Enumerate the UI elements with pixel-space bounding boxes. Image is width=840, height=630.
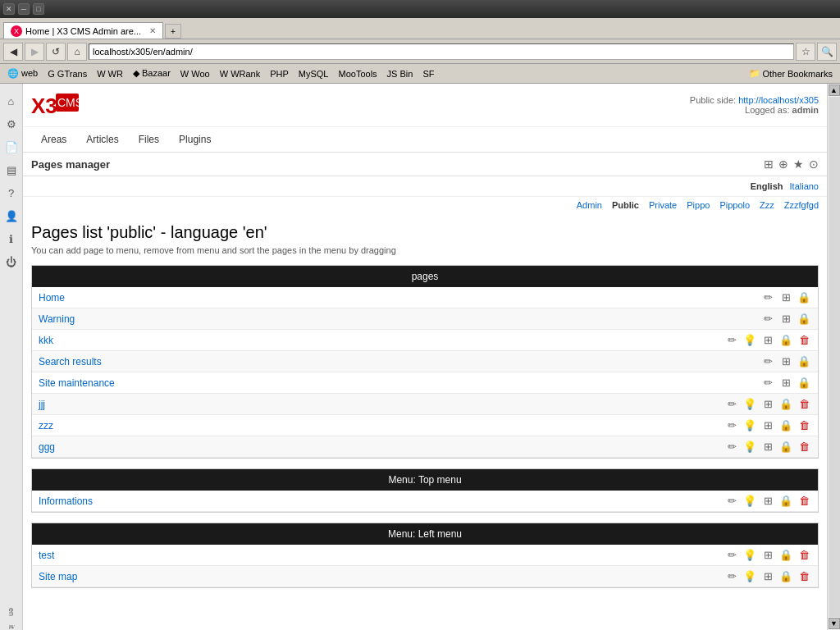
bulb-icon[interactable]: 💡 [742, 334, 757, 346]
sidebar-user-icon[interactable]: 👤 [2, 207, 21, 225]
lock-icon[interactable]: 🔒 [797, 313, 811, 325]
bookmark-sf[interactable]: SF [418, 67, 438, 80]
pm-expand-icon[interactable]: ⊙ [809, 158, 819, 171]
sidebar-power-icon[interactable]: ⏻ [2, 253, 21, 271]
bulb-icon[interactable]: 💡 [742, 495, 757, 507]
tab-close-icon[interactable]: ✕ [149, 26, 156, 35]
bulb-icon[interactable]: 💡 [742, 398, 757, 410]
pm-grid-icon[interactable]: ⊞ [764, 158, 774, 171]
bulb-icon[interactable]: 💡 [742, 419, 757, 431]
lock-icon[interactable]: 🔒 [797, 291, 811, 304]
row-warning[interactable]: Warning [39, 313, 760, 325]
close-button[interactable]: ✕ [3, 3, 15, 15]
row-test[interactable]: test [39, 550, 724, 561]
sidebar-en-label[interactable]: en [6, 606, 17, 618]
edit-icon[interactable]: ✏ [760, 377, 775, 389]
edit-icon[interactable]: ✏ [724, 334, 739, 346]
bulb-icon[interactable]: 💡 [742, 549, 757, 561]
area-admin[interactable]: Admin [577, 200, 602, 210]
config-icon[interactable]: ⊞ [760, 441, 775, 453]
bookmark-woo[interactable]: W Woo [176, 67, 214, 80]
maximize-button[interactable]: □ [33, 3, 44, 15]
sidebar-home-icon[interactable]: ⌂ [2, 92, 21, 110]
config-icon[interactable]: ⊞ [778, 291, 793, 304]
config-icon[interactable]: ⊞ [760, 398, 775, 410]
lock-icon[interactable]: 🔒 [778, 334, 793, 346]
area-pippolo[interactable]: Pippolo [719, 200, 750, 210]
delete-icon[interactable]: 🗑 [797, 419, 811, 431]
row-site-maintenance[interactable]: Site maintenance [39, 377, 760, 389]
reload-button[interactable]: ↺ [46, 43, 66, 61]
config-icon[interactable]: ⊞ [760, 495, 775, 507]
bookmark-jsbin[interactable]: JS Bin [383, 67, 418, 80]
lang-italiano[interactable]: Italiano [790, 181, 819, 191]
bookmark-mysql[interactable]: MySQL [294, 67, 333, 80]
minimize-button[interactable]: ─ [18, 3, 30, 15]
delete-icon[interactable]: 🗑 [797, 495, 811, 507]
other-bookmarks[interactable]: 📁 Other Bookmarks [745, 66, 837, 80]
edit-icon[interactable]: ✏ [724, 570, 739, 582]
edit-icon[interactable]: ✏ [724, 419, 739, 431]
bookmark-mootools[interactable]: MooTools [335, 67, 381, 80]
area-pippo[interactable]: Pippo [687, 200, 710, 210]
lock-icon[interactable]: 🔒 [778, 398, 793, 410]
delete-icon[interactable]: 🗑 [797, 441, 811, 453]
delete-icon[interactable]: 🗑 [797, 334, 811, 346]
config-icon[interactable]: ⊞ [778, 355, 793, 368]
new-tab-button[interactable]: + [165, 24, 181, 39]
sidebar-gear-icon[interactable]: ⚙ [2, 115, 21, 133]
row-home[interactable]: Home [39, 292, 760, 304]
bookmark-bazaar[interactable]: ◆ Bazaar [129, 66, 175, 80]
sidebar-help-icon[interactable]: ? [2, 184, 21, 202]
lock-icon[interactable]: 🔒 [778, 441, 793, 453]
nav-articles[interactable]: Articles [76, 130, 128, 148]
area-public[interactable]: Public [612, 200, 639, 210]
lock-icon[interactable]: 🔒 [778, 419, 793, 431]
home-button[interactable]: ⌂ [67, 43, 87, 61]
delete-icon[interactable]: 🗑 [797, 549, 811, 561]
sidebar-settings-icon[interactable]: ▤ [2, 161, 21, 179]
bookmark-wrank[interactable]: W WRank [216, 67, 265, 80]
edit-icon[interactable]: ✏ [724, 549, 739, 561]
pm-add-icon[interactable]: ⊕ [778, 158, 788, 171]
config-icon[interactable]: ⊞ [760, 570, 775, 582]
nav-areas[interactable]: Areas [31, 130, 76, 148]
bulb-icon[interactable]: 💡 [742, 441, 757, 453]
scroll-up[interactable]: ▲ [829, 84, 840, 96]
sidebar-it-label[interactable]: it [6, 623, 17, 631]
row-search-results[interactable]: Search results [39, 356, 760, 368]
public-side-url[interactable]: http://localhost/x305 [738, 95, 819, 105]
edit-icon[interactable]: ✏ [724, 441, 739, 453]
config-icon[interactable]: ⊞ [778, 313, 793, 325]
sidebar-doc-icon[interactable]: 📄 [2, 138, 21, 156]
row-informations[interactable]: Informations [39, 495, 724, 507]
row-kkk[interactable]: kkk [39, 335, 724, 346]
row-zzz[interactable]: zzz [39, 420, 724, 431]
edit-icon[interactable]: ✏ [760, 291, 775, 304]
lock-icon[interactable]: 🔒 [778, 549, 793, 561]
row-jjj[interactable]: jjj [39, 399, 724, 410]
row-sitemap[interactable]: Site map [39, 571, 724, 582]
nav-files[interactable]: Files [129, 130, 169, 148]
scroll-down[interactable]: ▼ [829, 618, 840, 629]
delete-icon[interactable]: 🗑 [797, 570, 811, 582]
lock-icon[interactable]: 🔒 [778, 495, 793, 507]
bookmark-web[interactable]: 🌐 web [3, 66, 42, 80]
sidebar-info-icon[interactable]: ℹ [2, 230, 21, 248]
row-ggg[interactable]: ggg [39, 441, 724, 453]
scrollbar[interactable]: ▲ ▼ [827, 84, 840, 630]
lang-english[interactable]: English [751, 181, 783, 191]
lock-icon[interactable]: 🔒 [797, 377, 811, 389]
config-icon[interactable]: ⊞ [778, 377, 793, 389]
config-icon[interactable]: ⊞ [760, 549, 775, 561]
lock-icon[interactable]: 🔒 [778, 570, 793, 582]
edit-icon[interactable]: ✏ [724, 495, 739, 507]
edit-icon[interactable]: ✏ [760, 313, 775, 325]
config-icon[interactable]: ⊞ [760, 419, 775, 431]
forward-button[interactable]: ▶ [25, 43, 44, 61]
delete-icon[interactable]: 🗑 [797, 398, 811, 410]
bookmark-wr[interactable]: W WR [93, 67, 127, 80]
back-button[interactable]: ◀ [3, 43, 23, 61]
active-tab[interactable]: X Home | X3 CMS Admin are... ✕ [3, 22, 163, 39]
nav-plugins[interactable]: Plugins [169, 130, 221, 148]
